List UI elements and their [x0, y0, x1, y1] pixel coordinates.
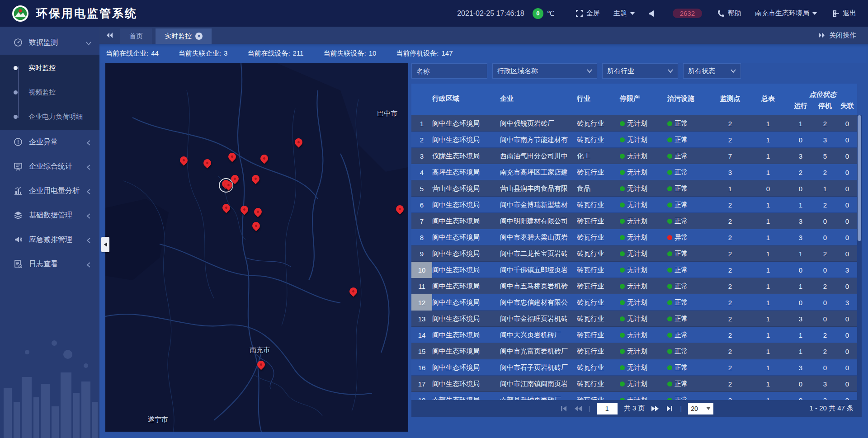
status-dot-icon [620, 251, 625, 256]
sidebar-item-layers[interactable]: 基础数据管理 [0, 203, 99, 227]
region-select[interactable]: 行政区域名称 [492, 63, 597, 79]
fullscreen-button[interactable]: 全屏 [576, 9, 600, 18]
table-row[interactable]: 6阆中生态环境局阆中市金博瑞新型墙材砖瓦行业无计划正常21120 [411, 197, 857, 213]
page-number-input[interactable] [597, 403, 618, 414]
table-row[interactable]: 12阆中生态环境局阆中市忠信建材有限公砖瓦行业无计划正常21003 [411, 294, 857, 311]
map-marker-pin[interactable] [240, 206, 249, 215]
sidebar-collapse-handle[interactable] [101, 237, 109, 252]
cell-industry: 砖瓦行业 [577, 376, 620, 392]
map-marker-pin[interactable] [294, 138, 303, 147]
table-row[interactable]: 11阆中生态环境局阆中市五马桥页岩机砖砖瓦行业无计划正常21120 [411, 278, 857, 294]
topbar-right: 2021-02-25 17:46:18 0 ℃ 全屏 主题 2632 帮助 南充… [457, 8, 868, 19]
map-panel[interactable]: 巴中市南充市遂宁市 [105, 63, 408, 432]
sidebar-item-log[interactable]: 日志查看 [0, 252, 99, 276]
table-row[interactable]: 1阆中生态环境局阆中强锐页岩砖厂砖瓦行业无计划正常21120 [411, 115, 857, 132]
cell-total-meter: 1 [748, 164, 788, 180]
sidebar-item-gauge[interactable]: 数据监测 [0, 30, 99, 55]
cell-disconnected: 0 [837, 229, 857, 245]
status-metric: 当前在线企业:44 [106, 49, 159, 58]
cell-enterprise: 阆中市二龙长宝页岩砖 [500, 245, 577, 262]
last-page-button[interactable] [665, 405, 674, 412]
sidebar-subitem[interactable]: 企业电力负荷明细 [0, 104, 99, 129]
cell-treatment-facility: 异常 [667, 229, 712, 245]
table-row[interactable]: 14阆中生态环境局阆中大兴页岩机砖厂砖瓦行业无计划正常21120 [411, 327, 857, 343]
logout-button[interactable]: 退出 [832, 9, 856, 18]
table-row[interactable]: 16阆中生态环境局阆中市石子页岩机砖厂砖瓦行业无计划正常21300 [411, 359, 857, 376]
map-marker-pin[interactable] [252, 222, 261, 231]
cell-running: 1 [788, 115, 813, 132]
table-row[interactable]: 15阆中生态环境局阆中市光富页岩机砖厂砖瓦行业无计划正常21120 [411, 343, 857, 359]
table-row[interactable]: 17阆中生态环境局阆中市江南镇阆南页岩砖瓦行业无计划正常21030 [411, 376, 857, 392]
map-marker-pin[interactable] [179, 156, 189, 165]
table-row[interactable]: 13阆中生态环境局阆中市金福旺页岩机砖砖瓦行业无计划正常21300 [411, 311, 857, 327]
map-marker-pin[interactable] [224, 181, 233, 190]
status-dot-icon [620, 268, 625, 273]
map-marker-pin[interactable] [251, 175, 260, 184]
map-marker-pin[interactable] [260, 155, 269, 164]
status-dot-icon [667, 170, 672, 175]
name-search-input[interactable] [411, 63, 487, 79]
table-row[interactable]: 18南部生态环境局南部县升钟页岩砖厂砖瓦行业无计划正常21030 [411, 392, 857, 400]
cell-stop-production: 无计划 [620, 376, 667, 392]
first-page-button[interactable] [560, 405, 568, 412]
cell-disconnected: 3 [837, 294, 857, 311]
industry-select[interactable]: 所有行业 [602, 63, 678, 79]
tab-close-icon[interactable]: × [195, 33, 203, 40]
sidebar-item-chart[interactable]: 企业用电量分析 [0, 179, 99, 203]
map-marker-pin[interactable] [254, 208, 263, 217]
tabs-scroll-left-button[interactable] [103, 28, 117, 43]
table-row[interactable]: 9阆中生态环境局阆中市二龙长宝页岩砖砖瓦行业无计划正常21120 [411, 245, 857, 262]
map-marker-pin[interactable] [257, 361, 266, 370]
table-row[interactable]: 5营山生态环境局营山县润丰肉食品有限食品无计划正常10010 [411, 180, 857, 197]
theme-dropdown[interactable]: 主题 [613, 9, 635, 18]
cell-stop-production: 无计划 [620, 294, 667, 311]
notification-badge[interactable]: 2632 [673, 9, 702, 18]
cell-stop-production: 无计划 [620, 148, 667, 164]
cell-running: 3 [788, 359, 813, 376]
help-button[interactable]: 帮助 [717, 9, 741, 18]
fullscreen-label: 全屏 [586, 9, 600, 18]
next-page-button[interactable] [651, 405, 659, 412]
map-marker-pin[interactable] [203, 159, 212, 168]
table-row[interactable]: 4高坪生态环境局南充市高坪区王家店建砖瓦行业无计划正常31220 [411, 164, 857, 180]
close-operations-button[interactable]: 关闭操作 [818, 31, 856, 40]
map-marker-pin[interactable] [349, 287, 358, 297]
chevron-down-icon [731, 69, 736, 73]
tab-realtime-monitor[interactable]: 实时监控 × [156, 28, 212, 44]
cell-region: 阆中生态环境局 [432, 294, 500, 311]
table-row[interactable]: 3仪陇生态环境局西南油气田分公司川中化工无计划正常71350 [411, 148, 857, 164]
sidebar-item-alert[interactable]: 企业异常 [0, 130, 99, 154]
status-metric: 当前失联设备:10 [323, 49, 376, 58]
page-size-select[interactable]: 20 [688, 403, 713, 414]
table-scrollbar[interactable] [857, 115, 862, 400]
pin-body-icon [223, 180, 234, 191]
sidebar-item-board[interactable]: 企业综合统计 [0, 154, 99, 179]
status-dot-icon [620, 300, 625, 305]
sidebar-item-horn[interactable]: 应急减排管理 [0, 227, 99, 252]
sidebar-subitem[interactable]: 视频监控 [0, 80, 99, 104]
sidebar-subitem[interactable]: 实时监控 [0, 56, 99, 80]
prev-page-button[interactable] [574, 405, 582, 412]
speaker-muted-icon[interactable] [648, 10, 655, 17]
table-row[interactable]: 8阆中生态环境局阆中市枣碧大梁山页岩砖瓦行业无计划异常21300 [411, 229, 857, 245]
map-marker-pin[interactable] [222, 204, 231, 213]
cell-enterprise: 阆中市枣碧大梁山页岩 [500, 229, 577, 245]
cell-treatment-facility: 正常 [667, 294, 712, 311]
sidebar-nav: 数据监测实时监控视频监控企业电力负荷明细企业异常企业综合统计企业用电量分析基础数… [0, 27, 99, 276]
header-total-meter: 总表 [748, 84, 788, 115]
cell-industry: 砖瓦行业 [577, 262, 620, 278]
map-marker-pin[interactable] [396, 205, 405, 214]
cell-seq: 2 [411, 132, 432, 148]
map-marker-pin[interactable] [228, 153, 237, 162]
chart-icon [14, 186, 23, 195]
help-label: 帮助 [728, 9, 741, 18]
table-row[interactable]: 2阆中生态环境局阆中市南方节能建材有砖瓦行业无计划正常21030 [411, 132, 857, 148]
scrollbar-thumb[interactable] [858, 115, 861, 241]
table-row[interactable]: 10阆中生态环境局阆中千佛镇五郎垭页岩砖瓦行业无计划正常21003 [411, 262, 857, 278]
table-row[interactable]: 7阆中生态环境局阆中明阳建材有限公司砖瓦行业无计划正常21300 [411, 213, 857, 229]
cell-enterprise: 阆中市光富页岩机砖厂 [500, 343, 577, 359]
org-dropdown[interactable]: 南充市生态环境局 [755, 9, 817, 18]
status-select[interactable]: 所有状态 [683, 63, 741, 79]
tab-home[interactable]: 首页 [120, 28, 152, 44]
status-dot-icon [667, 333, 672, 338]
